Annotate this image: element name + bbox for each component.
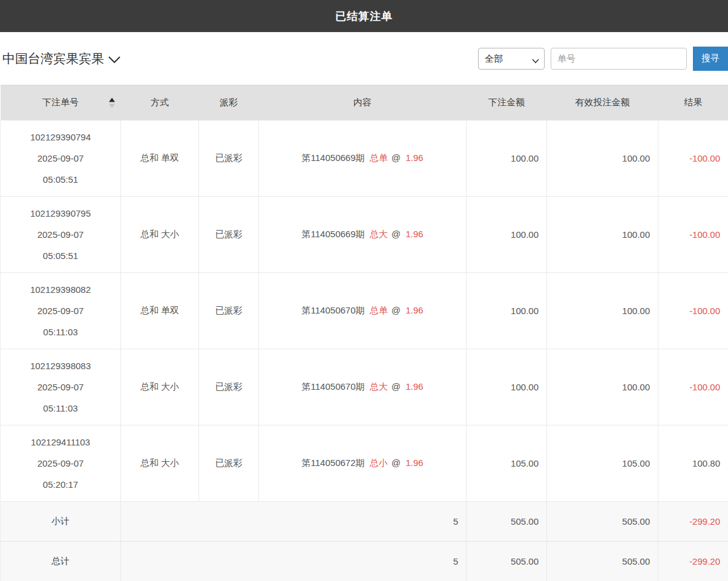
- content-at-symbol: @: [392, 381, 401, 392]
- order-cell: 102129411103 2025-09-07 05:20:17: [1, 425, 121, 502]
- result-cell: 100.80: [658, 425, 728, 502]
- content-pick: 总单: [370, 153, 388, 163]
- col-header-bet-amount: 下注金额: [467, 85, 547, 120]
- sort-asc-icon: [109, 97, 115, 102]
- order-cell: 102129390794 2025-09-07 05:05:51: [1, 120, 121, 197]
- payout-cell: 已派彩: [199, 349, 259, 425]
- content-period: 第114050669期: [302, 153, 365, 163]
- subtotal-valid-amount: 505.00: [547, 502, 658, 542]
- order-date: 2025-09-07: [1, 300, 120, 321]
- search-button[interactable]: 搜寻: [693, 47, 728, 71]
- col-header-valid-amount: 有效投注金额: [547, 85, 658, 120]
- order-date: 2025-09-07: [1, 148, 120, 169]
- bet-amount-cell: 100.00: [467, 349, 547, 425]
- result-cell: -100.00: [658, 120, 728, 197]
- order-cell: 102129398083 2025-09-07 05:11:03: [1, 349, 121, 425]
- result-cell: -100.00: [658, 273, 728, 349]
- order-time: 05:11:03: [1, 321, 120, 343]
- content-at-symbol: @: [392, 153, 401, 163]
- order-id: 102129398083: [1, 355, 120, 376]
- subtotal-result: -299.20: [658, 502, 728, 542]
- content-pick: 总大: [370, 381, 388, 392]
- order-number-input[interactable]: [551, 48, 687, 70]
- settled-bets-table: 下注单号 方式 派彩 内容 下注金额 有效投注金额 结果 10212939079…: [0, 85, 728, 581]
- bet-amount-cell: 100.00: [467, 120, 547, 197]
- method-cell: 总和 单双: [121, 120, 199, 197]
- content-pick: 总小: [370, 458, 388, 468]
- sort-control[interactable]: [109, 97, 115, 108]
- order-time: 05:05:51: [1, 245, 120, 266]
- result-cell: -100.00: [658, 197, 728, 273]
- order-date: 2025-09-07: [1, 376, 120, 398]
- col-header-method: 方式: [121, 85, 199, 120]
- order-date: 2025-09-07: [1, 453, 120, 474]
- total-label: 总计: [1, 542, 121, 581]
- content-period: 第114050670期: [302, 305, 365, 315]
- payout-cell: 已派彩: [199, 197, 259, 273]
- bet-amount-cell: 100.00: [467, 273, 547, 349]
- method-cell: 总和 单双: [121, 273, 199, 349]
- table-header-row: 下注单号 方式 派彩 内容 下注金额 有效投注金额 结果: [1, 85, 728, 120]
- table-row: 102129390794 2025-09-07 05:05:51 总和 单双 已…: [1, 120, 728, 197]
- total-valid-amount: 505.00: [547, 542, 658, 581]
- order-time: 05:05:51: [1, 169, 120, 190]
- content-pick: 总大: [370, 229, 388, 239]
- method-cell: 总和 大小: [121, 197, 199, 273]
- content-at-symbol: @: [392, 229, 401, 239]
- total-bet-amount: 505.00: [467, 542, 547, 581]
- bet-amount-cell: 105.00: [467, 425, 547, 502]
- game-selector[interactable]: 中国台湾宾果宾果: [2, 50, 121, 67]
- content-odds: 1.96: [405, 229, 423, 239]
- title-bar: 已结算注单: [0, 0, 728, 32]
- col-header-result: 结果: [658, 85, 728, 120]
- table-row: 102129398083 2025-09-07 05:11:03 总和 大小 已…: [1, 349, 728, 425]
- table-row: 102129398082 2025-09-07 05:11:03 总和 单双 已…: [1, 273, 728, 349]
- order-id: 102129411103: [1, 432, 120, 453]
- payout-cell: 已派彩: [199, 425, 259, 502]
- total-count: 5: [121, 542, 467, 581]
- subtotal-label: 小计: [1, 502, 121, 542]
- content-period: 第114050669期: [302, 229, 365, 239]
- content-cell: 第114050670期 总单 @ 1.96: [259, 273, 467, 349]
- content-cell: 第114050669期 总大 @ 1.96: [259, 197, 467, 273]
- content-cell: 第114050670期 总大 @ 1.96: [259, 349, 467, 425]
- payout-cell: 已派彩: [199, 120, 259, 197]
- content-cell: 第114050669期 总单 @ 1.96: [259, 120, 467, 197]
- filter-select[interactable]: 全部: [478, 48, 545, 70]
- content-at-symbol: @: [392, 458, 401, 468]
- valid-amount-cell: 100.00: [547, 197, 658, 273]
- table-row: 102129390795 2025-09-07 05:05:51 总和 大小 已…: [1, 197, 728, 273]
- content-odds: 1.96: [405, 381, 423, 392]
- valid-amount-cell: 100.00: [547, 120, 658, 197]
- order-date: 2025-09-07: [1, 224, 120, 245]
- col-header-order-id[interactable]: 下注单号: [1, 85, 121, 120]
- col-header-label: 下注单号: [42, 97, 79, 107]
- col-header-content: 内容: [259, 85, 467, 120]
- content-odds: 1.96: [405, 458, 423, 468]
- valid-amount-cell: 100.00: [547, 349, 658, 425]
- chevron-down-icon: [108, 56, 121, 64]
- subtotal-bet-amount: 505.00: [467, 502, 547, 542]
- col-header-payout: 派彩: [199, 85, 259, 120]
- content-at-symbol: @: [392, 305, 401, 315]
- bet-amount-cell: 100.00: [467, 197, 547, 273]
- order-id: 102129390795: [1, 203, 120, 224]
- game-selector-label: 中国台湾宾果宾果: [2, 50, 104, 67]
- method-cell: 总和 大小: [121, 349, 199, 425]
- result-cell: -100.00: [658, 349, 728, 425]
- order-id: 102129390794: [1, 126, 120, 148]
- page-title: 已结算注单: [335, 9, 393, 24]
- search-controls: 全部 搜寻: [478, 47, 728, 71]
- order-id: 102129398082: [1, 279, 120, 300]
- total-result: -299.20: [658, 542, 728, 581]
- filter-select-wrap: 全部: [478, 48, 545, 70]
- order-cell: 102129398082 2025-09-07 05:11:03: [1, 273, 121, 349]
- sort-desc-icon: [109, 103, 115, 108]
- order-time: 05:20:17: [1, 474, 120, 495]
- content-odds: 1.96: [405, 305, 423, 315]
- content-odds: 1.96: [405, 153, 423, 163]
- order-time: 05:11:03: [1, 398, 120, 419]
- toolbar: 中国台湾宾果宾果 全部 搜寻: [0, 32, 728, 85]
- content-pick: 总单: [370, 305, 388, 315]
- payout-cell: 已派彩: [199, 273, 259, 349]
